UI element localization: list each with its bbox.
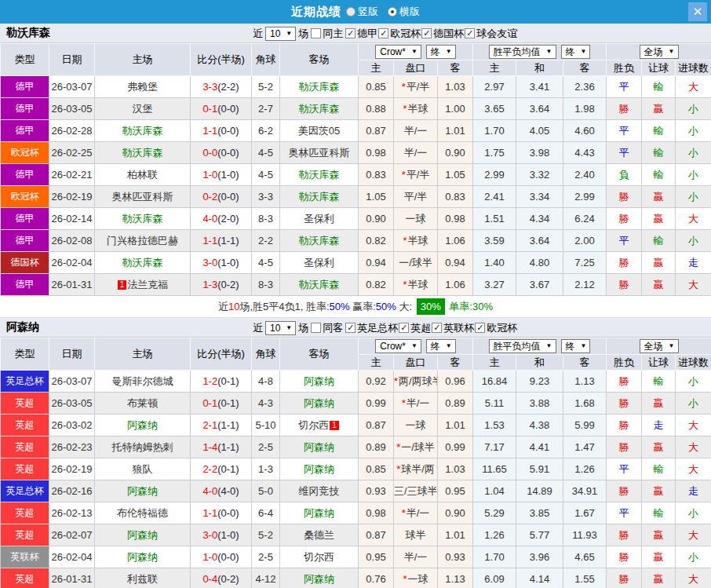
away-team[interactable]: 维冈竞技 xyxy=(280,480,359,502)
away-team[interactable]: 阿森纳 xyxy=(280,458,359,480)
result-goals: 小 xyxy=(676,371,711,393)
home-team[interactable]: 阿森纳 xyxy=(95,415,191,436)
avg-final-select[interactable]: 终▼ xyxy=(561,339,591,353)
table-row[interactable]: 德甲 26-02-28 勒沃库森 1-1(0-0) 6-2 美因茨05 0.87… xyxy=(1,120,711,142)
table-row[interactable]: 英超 26-01-31 利兹联 0-4(0-2) 4-12 阿森纳 0.76 *… xyxy=(1,568,711,588)
table-row[interactable]: 英联杯 26-02-04 阿森纳 1-0(0-0) 2-5 切尔西 0.95 半… xyxy=(1,546,711,568)
league-filter-checkbox[interactable]: 德国杯 xyxy=(421,27,464,41)
same-venue-label: 同主 xyxy=(323,27,343,41)
table-row[interactable]: 英足总杯 26-03-07 曼斯菲尔德城 1-2(0-1) 4-8 阿森纳 0.… xyxy=(1,371,711,393)
away-team[interactable]: 勒沃库森 xyxy=(280,230,359,252)
home-team[interactable]: 布伦特福德 xyxy=(95,502,191,524)
avg-home: 1.51 xyxy=(473,208,516,230)
odds-final-select[interactable]: 终▼ xyxy=(426,339,456,353)
home-team[interactable]: 布莱顿 xyxy=(95,393,191,415)
table-row[interactable]: 德甲 26-02-08 门兴格拉德巴赫 1-1(1-1) 2-2 勒沃库森 0.… xyxy=(1,230,711,252)
result-handicap: 贏 xyxy=(642,208,676,230)
table-row[interactable]: 英超 26-03-05 布莱顿 0-1(0-1) 4-3 阿森纳 0.99 *半… xyxy=(1,393,711,415)
table-row[interactable]: 欧冠杯 26-02-19 奥林匹亚科斯 0-2(0-0) 3-3 勒沃库森 1.… xyxy=(1,186,711,208)
same-venue-checkbox[interactable]: 同客 xyxy=(311,321,343,335)
home-team[interactable]: 汉堡 xyxy=(95,98,191,120)
summary-segment: 50% xyxy=(376,301,396,312)
league-filter-checkbox[interactable]: 球会友谊 xyxy=(465,27,517,41)
odds-source-select[interactable]: Crow*▼ xyxy=(375,339,421,353)
result-outcome: 勝 xyxy=(607,436,642,458)
score-half: (0-0) xyxy=(217,507,239,519)
away-team[interactable]: 美因茨05 xyxy=(280,120,359,142)
away-team[interactable]: 勒沃库森 xyxy=(280,164,359,186)
close-button[interactable]: ✕ xyxy=(688,2,707,21)
away-team[interactable]: 勒沃库森 xyxy=(280,186,359,208)
table-row[interactable]: 德甲 26-03-07 弗赖堡 3-3(2-2) 5-2 勒沃库森 0.85 *… xyxy=(1,76,711,98)
table-row[interactable]: 德国杯 26-02-04 勒沃库森 3-0(1-0) 4-5 圣保利 0.94 … xyxy=(1,252,711,274)
table-row[interactable]: 欧冠杯 26-02-25 勒沃库森 0-0(0-0) 4-5 奥林匹亚科斯 0.… xyxy=(1,142,711,164)
away-team[interactable]: 勒沃库森 xyxy=(280,274,359,296)
table-row[interactable]: 英超 26-02-13 布伦特福德 1-1(0-0) 6-4 阿森纳 0.98 … xyxy=(1,502,711,524)
league-filter-checkbox[interactable]: 英联杯 xyxy=(432,321,474,335)
away-team[interactable]: 阿森纳 xyxy=(280,502,359,524)
home-team[interactable]: 狼队 xyxy=(95,458,191,480)
away-team[interactable]: 阿森纳 xyxy=(280,371,359,393)
home-team[interactable]: 勒沃库森 xyxy=(95,208,191,230)
version-radio[interactable]: 竖版 xyxy=(346,5,378,19)
home-team[interactable]: 阿森纳 xyxy=(95,524,191,546)
corner-score: 1-3 xyxy=(252,458,280,480)
recent-count-select[interactable]: 10▼ xyxy=(265,27,296,41)
result-outcome: 勝 xyxy=(607,186,642,208)
home-team[interactable]: 门兴格拉德巴赫 xyxy=(95,230,191,252)
away-team[interactable]: 勒沃库森 xyxy=(280,98,359,120)
scope-select[interactable]: 全场▼ xyxy=(640,45,679,59)
away-team[interactable]: 阿森纳 xyxy=(280,436,359,458)
chevron-down-icon: ▼ xyxy=(411,341,417,352)
league-filter-checkbox[interactable]: 欧冠杯 xyxy=(378,27,421,41)
home-team[interactable]: 奥林匹亚科斯 xyxy=(95,186,191,208)
odds-source-select[interactable]: Crow*▼ xyxy=(375,45,421,59)
away-team[interactable]: 勒沃库森 xyxy=(280,76,359,98)
scope-select[interactable]: 全场▼ xyxy=(640,339,679,353)
version-radio[interactable]: 横版 xyxy=(388,5,420,19)
home-team[interactable]: 勒沃库森 xyxy=(95,142,191,164)
home-team[interactable]: 勒沃库森 xyxy=(95,120,191,142)
score-cell: 3-0(1-0) xyxy=(191,252,252,274)
score-half: (0-1) xyxy=(217,397,239,409)
home-team[interactable]: 托特纳姆热刺 xyxy=(95,436,191,458)
away-team[interactable]: 桑德兰 xyxy=(280,524,359,546)
away-team[interactable]: 切尔西 xyxy=(280,546,359,568)
table-row[interactable]: 德甲 26-03-05 汉堡 0-1(0-0) 2-7 勒沃库森 0.88 *半… xyxy=(1,98,711,120)
same-venue-checkbox[interactable]: 同主 xyxy=(311,27,343,41)
home-team[interactable]: 弗赖堡 xyxy=(95,76,191,98)
home-team[interactable]: 阿森纳 xyxy=(95,546,191,568)
away-team[interactable]: 阿森纳 xyxy=(280,568,359,588)
table-row[interactable]: 英超 26-02-19 狼队 2-2(0-1) 1-3 阿森纳 0.85 *球半… xyxy=(1,458,711,480)
table-row[interactable]: 英超 26-03-02 阿森纳 2-1(1-1) 5-10 切尔西1 0.87 … xyxy=(1,415,711,436)
score-full: 1-2 xyxy=(202,375,217,387)
league-filter-checkbox[interactable]: 英足总杯 xyxy=(345,321,398,335)
league-filter-checkbox[interactable]: 欧冠杯 xyxy=(475,321,517,335)
odds-final-select[interactable]: 终▼ xyxy=(426,45,456,59)
league-filter-checkbox[interactable]: 英超 xyxy=(399,321,431,335)
table-row[interactable]: 德甲 26-02-14 勒沃库森 4-0(2-0) 8-3 圣保利 0.90 一… xyxy=(1,208,711,230)
table-row[interactable]: 英超 26-02-07 阿森纳 3-0(1-0) 5-2 桑德兰 0.87 球半… xyxy=(1,524,711,546)
avg-source-select[interactable]: 胜平负均值▼ xyxy=(489,339,556,353)
home-team[interactable]: 阿森纳 xyxy=(95,480,191,502)
table-row[interactable]: 英足总杯 26-02-16 阿森纳 4-0(4-0) 5-0 维冈竞技 0.93… xyxy=(1,480,711,502)
table-row[interactable]: 德甲 26-01-31 1法兰克福 1-3(0-2) 8-3 勒沃库森 0.82… xyxy=(1,274,711,296)
avg-draw: 3.32 xyxy=(516,164,563,186)
avg-final-select[interactable]: 终▼ xyxy=(561,45,591,59)
home-team[interactable]: 1法兰克福 xyxy=(95,274,191,296)
league-filter-checkbox[interactable]: 德甲 xyxy=(345,27,377,41)
home-team[interactable]: 柏林联 xyxy=(95,164,191,186)
away-team[interactable]: 切尔西1 xyxy=(280,415,359,436)
home-team[interactable]: 利兹联 xyxy=(95,568,191,588)
away-team[interactable]: 奥林匹亚科斯 xyxy=(280,142,359,164)
table-row[interactable]: 英超 26-02-23 托特纳姆热刺 1-4(1-1) 2-5 阿森纳 0.89… xyxy=(1,436,711,458)
away-team[interactable]: 阿森纳 xyxy=(280,393,359,415)
home-team[interactable]: 勒沃库森 xyxy=(95,252,191,274)
score-cell: 3-0(1-0) xyxy=(191,524,252,546)
away-team[interactable]: 圣保利 xyxy=(280,208,359,230)
avg-source-select[interactable]: 胜平负均值▼ xyxy=(489,45,556,59)
home-team[interactable]: 曼斯菲尔德城 xyxy=(95,371,191,393)
away-team[interactable]: 圣保利 xyxy=(280,252,359,274)
recent-count-select[interactable]: 10▼ xyxy=(265,321,296,335)
table-row[interactable]: 德甲 26-02-21 柏林联 1-0(1-0) 4-5 勒沃库森 0.83 *… xyxy=(1,164,711,186)
